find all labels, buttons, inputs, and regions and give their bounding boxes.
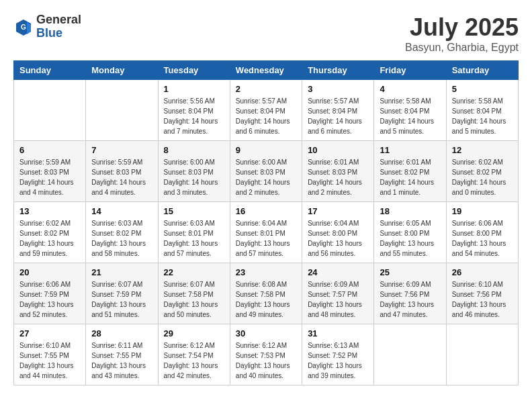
calendar-cell: 19Sunrise: 6:06 AM Sunset: 8:00 PM Dayli… — [446, 202, 518, 263]
month-year: July 2025 — [405, 13, 519, 42]
day-info: Sunrise: 5:59 AM Sunset: 8:03 PM Dayligh… — [19, 157, 80, 197]
day-info: Sunrise: 6:01 AM Sunset: 8:03 PM Dayligh… — [308, 157, 368, 197]
day-number: 25 — [380, 267, 440, 277]
logo-text: General Blue — [36, 13, 81, 40]
calendar-cell: 5Sunrise: 5:58 AM Sunset: 8:04 PM Daylig… — [446, 80, 518, 141]
day-info: Sunrise: 6:06 AM Sunset: 7:59 PM Dayligh… — [19, 279, 80, 320]
calendar-cell: 29Sunrise: 6:12 AM Sunset: 7:54 PM Dayli… — [158, 324, 230, 385]
day-info: Sunrise: 6:00 AM Sunset: 8:03 PM Dayligh… — [164, 157, 224, 197]
svg-text:G: G — [21, 24, 26, 31]
calendar-cell: 27Sunrise: 6:10 AM Sunset: 7:55 PM Dayli… — [14, 324, 86, 385]
weekday-header-thursday: Thursday — [302, 61, 374, 80]
day-info: Sunrise: 6:03 AM Sunset: 8:01 PM Dayligh… — [164, 218, 224, 259]
day-number: 2 — [236, 84, 296, 94]
day-number: 28 — [91, 328, 152, 338]
day-info: Sunrise: 6:10 AM Sunset: 7:56 PM Dayligh… — [452, 279, 513, 320]
calendar-cell: 22Sunrise: 6:07 AM Sunset: 7:58 PM Dayli… — [158, 263, 230, 324]
calendar-cell: 21Sunrise: 6:07 AM Sunset: 7:59 PM Dayli… — [86, 263, 158, 324]
day-info: Sunrise: 6:02 AM Sunset: 8:02 PM Dayligh… — [19, 218, 80, 259]
day-number: 27 — [19, 328, 80, 338]
day-number: 18 — [380, 206, 440, 216]
day-number: 3 — [308, 84, 368, 94]
weekday-header-row: SundayMondayTuesdayWednesdayThursdayFrid… — [14, 61, 519, 80]
day-number: 1 — [164, 84, 224, 94]
calendar-cell: 9Sunrise: 6:00 AM Sunset: 8:03 PM Daylig… — [230, 141, 302, 202]
day-number: 24 — [308, 267, 368, 277]
day-info: Sunrise: 6:13 AM Sunset: 7:52 PM Dayligh… — [308, 340, 368, 381]
calendar-week-row: 20Sunrise: 6:06 AM Sunset: 7:59 PM Dayli… — [14, 263, 519, 324]
calendar-week-row: 27Sunrise: 6:10 AM Sunset: 7:55 PM Dayli… — [14, 324, 519, 385]
calendar-cell: 4Sunrise: 5:58 AM Sunset: 8:04 PM Daylig… — [374, 80, 446, 141]
weekday-header-saturday: Saturday — [446, 61, 518, 80]
calendar-cell: 28Sunrise: 6:11 AM Sunset: 7:55 PM Dayli… — [86, 324, 158, 385]
day-info: Sunrise: 6:11 AM Sunset: 7:55 PM Dayligh… — [91, 340, 152, 381]
day-info: Sunrise: 6:07 AM Sunset: 7:59 PM Dayligh… — [91, 279, 152, 320]
day-info: Sunrise: 6:01 AM Sunset: 8:02 PM Dayligh… — [380, 157, 440, 197]
calendar-cell: 6Sunrise: 5:59 AM Sunset: 8:03 PM Daylig… — [14, 141, 86, 202]
day-info: Sunrise: 6:12 AM Sunset: 7:53 PM Dayligh… — [236, 340, 296, 381]
day-info: Sunrise: 5:59 AM Sunset: 8:03 PM Dayligh… — [91, 157, 152, 197]
weekday-header-monday: Monday — [86, 61, 158, 80]
calendar-cell: 15Sunrise: 6:03 AM Sunset: 8:01 PM Dayli… — [158, 202, 230, 263]
day-number: 19 — [452, 206, 513, 216]
day-number: 26 — [452, 267, 513, 277]
day-number: 30 — [236, 328, 296, 338]
day-info: Sunrise: 6:10 AM Sunset: 7:55 PM Dayligh… — [19, 340, 80, 381]
day-info: Sunrise: 6:12 AM Sunset: 7:54 PM Dayligh… — [164, 340, 224, 381]
weekday-header-friday: Friday — [374, 61, 446, 80]
logo: G General Blue — [13, 13, 81, 40]
logo-general: General — [36, 13, 81, 27]
calendar-week-row: 1Sunrise: 5:56 AM Sunset: 8:04 PM Daylig… — [14, 80, 519, 141]
calendar-cell: 7Sunrise: 5:59 AM Sunset: 8:03 PM Daylig… — [86, 141, 158, 202]
calendar-cell: 23Sunrise: 6:08 AM Sunset: 7:58 PM Dayli… — [230, 263, 302, 324]
day-info: Sunrise: 6:05 AM Sunset: 8:00 PM Dayligh… — [380, 218, 440, 259]
calendar-cell: 14Sunrise: 6:03 AM Sunset: 8:02 PM Dayli… — [86, 202, 158, 263]
day-info: Sunrise: 6:02 AM Sunset: 8:02 PM Dayligh… — [452, 157, 513, 197]
day-number: 31 — [308, 328, 368, 338]
calendar-week-row: 13Sunrise: 6:02 AM Sunset: 8:02 PM Dayli… — [14, 202, 519, 263]
weekday-header-tuesday: Tuesday — [158, 61, 230, 80]
calendar-cell: 16Sunrise: 6:04 AM Sunset: 8:01 PM Dayli… — [230, 202, 302, 263]
calendar-cell: 24Sunrise: 6:09 AM Sunset: 7:57 PM Dayli… — [302, 263, 374, 324]
day-info: Sunrise: 6:00 AM Sunset: 8:03 PM Dayligh… — [236, 157, 296, 197]
day-info: Sunrise: 6:09 AM Sunset: 7:57 PM Dayligh… — [308, 279, 368, 320]
day-number: 23 — [236, 267, 296, 277]
day-number: 14 — [91, 206, 152, 216]
day-number: 10 — [308, 145, 368, 155]
day-number: 21 — [91, 267, 152, 277]
calendar-cell: 31Sunrise: 6:13 AM Sunset: 7:52 PM Dayli… — [302, 324, 374, 385]
calendar-cell: 20Sunrise: 6:06 AM Sunset: 7:59 PM Dayli… — [14, 263, 86, 324]
day-number: 9 — [236, 145, 296, 155]
calendar-cell: 12Sunrise: 6:02 AM Sunset: 8:02 PM Dayli… — [446, 141, 518, 202]
location: Basyun, Gharbia, Egypt — [405, 42, 519, 54]
day-number: 4 — [380, 84, 440, 94]
calendar-cell: 26Sunrise: 6:10 AM Sunset: 7:56 PM Dayli… — [446, 263, 518, 324]
title-section: July 2025 Basyun, Gharbia, Egypt — [405, 13, 519, 54]
day-info: Sunrise: 6:03 AM Sunset: 8:02 PM Dayligh… — [91, 218, 152, 259]
day-number: 7 — [91, 145, 152, 155]
day-number: 16 — [236, 206, 296, 216]
day-number: 20 — [19, 267, 80, 277]
day-info: Sunrise: 5:58 AM Sunset: 8:04 PM Dayligh… — [380, 96, 440, 136]
logo-icon: G — [13, 17, 34, 37]
calendar-cell — [14, 80, 86, 141]
day-info: Sunrise: 6:06 AM Sunset: 8:00 PM Dayligh… — [452, 218, 513, 259]
day-number: 11 — [380, 145, 440, 155]
day-info: Sunrise: 5:57 AM Sunset: 8:04 PM Dayligh… — [236, 96, 296, 136]
day-number: 15 — [164, 206, 224, 216]
day-number: 13 — [19, 206, 80, 216]
calendar-cell: 1Sunrise: 5:56 AM Sunset: 8:04 PM Daylig… — [158, 80, 230, 141]
day-number: 17 — [308, 206, 368, 216]
day-info: Sunrise: 6:04 AM Sunset: 8:00 PM Dayligh… — [308, 218, 368, 259]
calendar-cell: 25Sunrise: 6:09 AM Sunset: 7:56 PM Dayli… — [374, 263, 446, 324]
calendar-cell: 2Sunrise: 5:57 AM Sunset: 8:04 PM Daylig… — [230, 80, 302, 141]
calendar-cell: 10Sunrise: 6:01 AM Sunset: 8:03 PM Dayli… — [302, 141, 374, 202]
day-info: Sunrise: 6:09 AM Sunset: 7:56 PM Dayligh… — [380, 279, 440, 320]
day-number: 22 — [164, 267, 224, 277]
calendar-cell: 17Sunrise: 6:04 AM Sunset: 8:00 PM Dayli… — [302, 202, 374, 263]
calendar-cell: 8Sunrise: 6:00 AM Sunset: 8:03 PM Daylig… — [158, 141, 230, 202]
calendar-cell: 13Sunrise: 6:02 AM Sunset: 8:02 PM Dayli… — [14, 202, 86, 263]
day-number: 8 — [164, 145, 224, 155]
day-info: Sunrise: 5:58 AM Sunset: 8:04 PM Dayligh… — [452, 96, 513, 136]
day-info: Sunrise: 6:08 AM Sunset: 7:58 PM Dayligh… — [236, 279, 296, 320]
